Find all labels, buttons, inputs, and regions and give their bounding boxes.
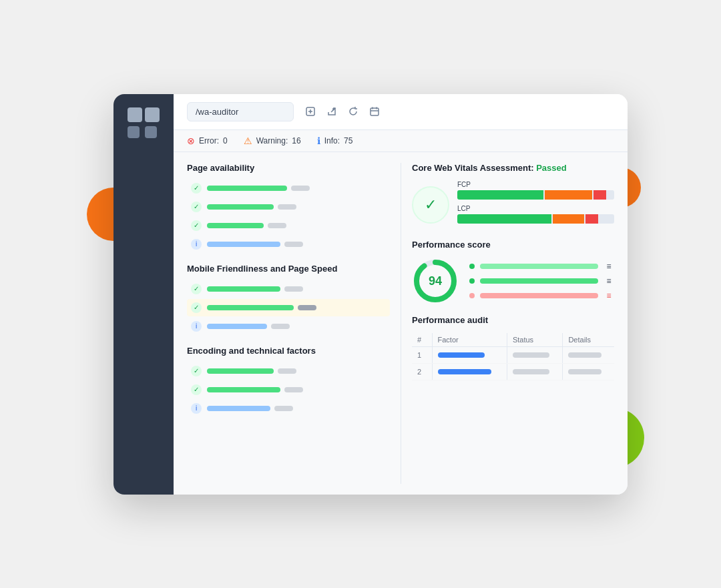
perf-content: 94 ≡ ≡ [412, 258, 614, 304]
fcp-red-bar [593, 190, 606, 200]
lcp-red-bar [585, 214, 598, 224]
check-green-icon: ✓ [191, 202, 202, 212]
vitals-container: ✓ FCP LCP [412, 181, 614, 229]
lcp-green-bar [457, 214, 551, 224]
row1-factor [432, 346, 507, 363]
right-panel: Core Web Vitals Assessment: Passed ✓ FCP [401, 163, 614, 484]
metric-icon-3: ≡ [604, 291, 614, 300]
metric-row-3: ≡ [469, 291, 614, 300]
check-green-icon: ✓ [191, 183, 202, 194]
info-value: 75 [344, 136, 352, 145]
lcp-row: LCP [457, 205, 614, 224]
bar-container [207, 368, 386, 374]
core-vitals-status: Passed [536, 163, 567, 173]
section-mobile-title: Mobile Friendliness and Page Speed [187, 264, 390, 274]
status-error: ⊗ Error: 0 [187, 135, 228, 146]
col-num-header: # [412, 333, 432, 347]
row1-num: 1 [412, 346, 432, 363]
bar-side [271, 324, 290, 329]
check-green-icon: ✓ [191, 220, 202, 231]
app-wrapper: ⊗ Error: 0 ⚠ Warning: 16 ℹ Info: 75 [73, 54, 648, 535]
logo-sq-4 [145, 126, 157, 138]
bar-main [207, 387, 280, 392]
status-bar: ⊗ Error: 0 ⚠ Warning: 16 ℹ Info: 75 [174, 130, 628, 152]
row1-details-bar [568, 352, 602, 358]
row1-status [507, 346, 562, 363]
info-label: Info: [324, 136, 340, 145]
perf-score-header: Performance score [412, 240, 614, 250]
bar-container [207, 204, 386, 210]
check-blue-icon: i [191, 403, 202, 414]
bar-side [284, 286, 303, 292]
row1-status-bar [513, 352, 549, 358]
metric-dot-1 [469, 264, 475, 269]
info-icon: ℹ [317, 135, 320, 146]
bar-side [268, 223, 286, 228]
lcp-orange-bar [553, 214, 584, 224]
row2-details [563, 363, 614, 380]
check-blue-icon: i [191, 239, 202, 250]
metric-bar-2 [480, 278, 598, 284]
metric-dot-2 [469, 278, 475, 284]
bar-main [207, 368, 274, 374]
check-item: ✓ [187, 180, 390, 197]
bar-container [207, 324, 386, 329]
check-item: ✓ [187, 381, 390, 398]
row1-details [563, 346, 614, 363]
section-encoding-title: Encoding and technical factors [187, 346, 390, 356]
bar-side [274, 406, 293, 411]
metric-bar-1 [480, 264, 598, 269]
check-item: i [187, 318, 390, 335]
metric-row-2: ≡ [469, 276, 614, 286]
row2-status-bar [513, 369, 549, 374]
left-panel: Page availability ✓ ✓ [187, 163, 401, 484]
check-blue-icon: i [191, 321, 202, 332]
metric-icon-1: ≡ [604, 262, 614, 271]
check-green-icon: ✓ [191, 284, 202, 294]
bar-main [207, 204, 274, 210]
bar-side [278, 368, 296, 374]
schedule-icon[interactable] [369, 105, 381, 117]
fcp-bar-track [457, 190, 614, 200]
warning-label: Warning: [256, 136, 288, 145]
check-green-icon: ✓ [191, 302, 202, 313]
refresh-icon[interactable] [347, 105, 359, 117]
row2-factor [432, 363, 507, 380]
audit-header: Performance audit [412, 315, 614, 325]
section-page-availability-title: Page availability [187, 163, 390, 173]
logo-sq-1 [128, 107, 142, 122]
perf-metrics: ≡ ≡ ≡ [469, 262, 614, 300]
browser-card: ⊗ Error: 0 ⚠ Warning: 16 ℹ Info: 75 [113, 94, 628, 495]
url-input[interactable] [187, 102, 294, 121]
bar-side-highlighted [298, 305, 316, 310]
add-tab-icon[interactable] [304, 105, 316, 117]
sidebar [113, 94, 174, 495]
row1-factor-bar [438, 352, 485, 358]
row2-status [507, 363, 562, 380]
check-green-icon: ✓ [191, 366, 202, 376]
lcp-bar-track [457, 214, 614, 224]
bar-container [207, 305, 386, 310]
status-warning: ⚠ Warning: 16 [244, 135, 301, 146]
bar-main [207, 242, 280, 247]
bar-container [207, 387, 386, 392]
core-vitals-title: Core Web Vitals Assessment: [412, 163, 534, 173]
toolbar-icons [304, 105, 381, 117]
col-status-header: Status [507, 333, 562, 347]
error-label: Error: [199, 136, 219, 145]
metric-dot-3 [469, 293, 475, 298]
bar-side [284, 387, 303, 392]
bar-main [207, 324, 267, 329]
performance-score-section: Performance score 94 [412, 240, 614, 304]
bar-container [207, 286, 386, 292]
svg-rect-4 [371, 108, 379, 115]
bar-main [207, 286, 280, 292]
lcp-label: LCP [457, 205, 614, 212]
col-details-header: Details [563, 333, 614, 347]
row2-details-bar [568, 369, 602, 374]
logo-sq-3 [128, 126, 140, 138]
share-icon[interactable] [326, 105, 338, 117]
check-green-icon: ✓ [191, 384, 202, 395]
fcp-green-bar [457, 190, 543, 200]
bar-side [291, 186, 310, 191]
